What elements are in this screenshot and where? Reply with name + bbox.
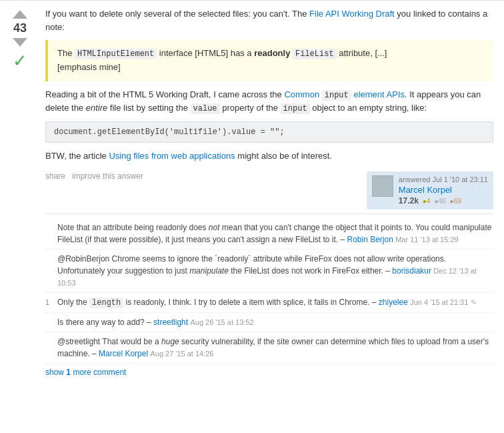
blockquote-bold: readonly (254, 48, 290, 58)
answer-actions: share improve this answer (45, 171, 143, 181)
comment-user-link[interactable]: streetlight (153, 318, 188, 327)
comment-number (45, 253, 57, 289)
code-block: document.getElementById('multifile').val… (45, 121, 493, 143)
blockquote-end: attribute, [...] (337, 48, 387, 58)
comment: @RobinBerjon Chrome seems to ignore the … (45, 250, 493, 293)
common-link[interactable]: Common (284, 89, 319, 99)
blockquote-line2: [emphasis mine] (57, 62, 121, 72)
comment-date: Mar 11 '13 at 15:29 (395, 236, 458, 244)
para2-code-input: input (322, 90, 351, 101)
show-more-link[interactable]: show 1 more comment (45, 368, 126, 377)
comment-code: length (89, 298, 123, 308)
comment: Note that an attribute being readonly do… (45, 218, 493, 250)
comment-em: not (209, 223, 220, 232)
blockquote: The HTMLInputElement interface [HTML5] h… (45, 40, 493, 81)
user-reputation: 17.2k ●4 ●46 ●69 (399, 196, 488, 205)
comment-text-pre: @streetlight That would be a (57, 337, 161, 346)
gold-badge: ●4 (423, 197, 431, 205)
para2-code-value: value (191, 103, 220, 114)
comment-body: Note that an attribute being readonly do… (57, 222, 493, 246)
comment: @streetlight That would be a huge securi… (45, 332, 493, 364)
intro-text: If you want to delete only several of th… (45, 9, 309, 19)
blockquote-code-htmlinput: HTMLInputElement (75, 49, 157, 59)
comment-body: Is there any way to add? – streetlight A… (57, 316, 493, 328)
comment-body: Only the length is readonly, I think. I … (57, 296, 493, 309)
btw-end: might also be of interest. (235, 151, 332, 161)
comment-text-mid: is readonly, I think. I try to delete a … (123, 298, 379, 307)
answer-intro: If you want to delete only several of th… (45, 7, 493, 33)
blockquote-code-filelist: FileList (293, 49, 337, 59)
blockquote-text-mid: interface [HTML5] has a (157, 48, 254, 58)
para2-mid3: property of the (220, 103, 281, 113)
user-card: answered Jul 1 '10 at 23:11 Marcel Korpe… (367, 171, 493, 209)
comment-text-mid: the FileList does not work in FireFox ei… (229, 266, 392, 276)
comment-number (45, 316, 57, 328)
blockquote-text-pre: The (57, 48, 75, 58)
comment-em: huge (161, 337, 179, 346)
para2-code-input2: input (281, 103, 310, 114)
comment-em: manipulate (189, 266, 229, 276)
comment-date: Aug 26 '15 at 13:52 (190, 318, 253, 326)
comment-date: Aug 27 '15 at 14:26 (150, 350, 213, 358)
comment: Is there any way to add? – streetlight A… (45, 313, 493, 332)
comment-body: @streetlight That would be a huge securi… (57, 336, 493, 360)
user-name[interactable]: Marcel Korpel (399, 185, 488, 195)
vote-count: 43 (13, 20, 27, 37)
comment-text-pre: Only the (57, 298, 89, 307)
accept-checkmark: ✓ (13, 52, 27, 69)
comment-number: 1 (45, 296, 57, 309)
para2-end: object to an empty string, like: (310, 103, 427, 113)
comment-date: Jun 4 '15 at 21:31 (410, 298, 468, 306)
para2-mid2: file list by setting the (107, 103, 190, 113)
using-files-link[interactable]: Using files from web applications (109, 151, 235, 161)
downvote-button[interactable] (13, 38, 27, 47)
comment-user-link[interactable]: zhiyelee (379, 298, 408, 307)
vote-column: 43 ✓ (0, 7, 40, 381)
btw-pre: BTW, the article (45, 151, 109, 161)
comment-user-link[interactable]: borisdiakur (392, 266, 431, 276)
comments-section: Note that an attribute being readonly do… (45, 213, 493, 381)
comment-user-link[interactable]: Marcel Korpel (99, 349, 148, 358)
answer-footer: share improve this answer answered Jul 1… (45, 171, 493, 209)
element-apis-link[interactable]: element APIs (353, 89, 405, 99)
improve-link[interactable]: improve this answer (72, 171, 143, 181)
answer-body: If you want to delete only several of th… (40, 7, 504, 381)
file-api-link[interactable]: File API Working Draft (309, 9, 395, 19)
avatar (372, 175, 393, 197)
edit-icon[interactable]: ✎ (471, 298, 477, 306)
comment: 1 Only the length is readonly, I think. … (45, 293, 493, 313)
answer-para2: Reading a bit of the HTML 5 Working Draf… (45, 88, 493, 115)
rep-score: 17.2k (399, 196, 419, 205)
comment-text-pre: Is there any way to add? – (57, 318, 153, 327)
para2-em: entire (86, 103, 108, 113)
share-link[interactable]: share (45, 171, 65, 181)
comment-user-link[interactable]: Robin Berjon (347, 235, 393, 244)
comment-body: @RobinBerjon Chrome seems to ignore the … (57, 253, 493, 289)
comment-number (45, 222, 57, 246)
user-info: answered Jul 1 '10 at 23:11 Marcel Korpe… (399, 175, 488, 205)
show-more-comments: show 1 more comment (45, 364, 493, 381)
para2-pre: Reading a bit of the HTML 5 Working Draf… (45, 89, 284, 99)
bronze-badge: ●69 (450, 197, 461, 205)
answered-label: answered Jul 1 '10 at 23:11 (399, 175, 488, 183)
silver-badge: ●46 (434, 197, 445, 205)
comment-text-pre: Note that an attribute being readonly do… (57, 223, 209, 232)
upvote-button[interactable] (13, 10, 27, 19)
comment-number (45, 336, 57, 360)
btw-paragraph: BTW, the article Using files from web ap… (45, 149, 493, 163)
